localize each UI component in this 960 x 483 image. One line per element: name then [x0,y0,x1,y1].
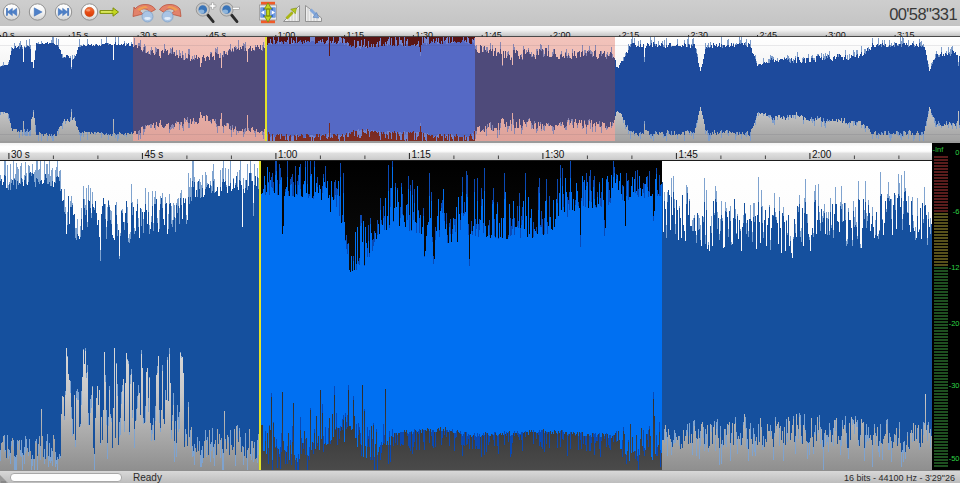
svg-text:30 s: 30 s [11,149,30,160]
svg-text:-50: -50 [949,454,960,463]
svg-text:45 s: 45 s [144,149,163,160]
svg-text:1:00: 1:00 [278,149,298,160]
svg-text:-12: -12 [949,263,960,272]
svg-text:-6: -6 [953,207,960,216]
svg-text:2:00: 2:00 [812,149,832,160]
svg-text:1:15: 1:15 [411,149,431,160]
svg-text:0: 0 [955,148,959,157]
svg-text:1:30: 1:30 [545,149,565,160]
svg-text:-30: -30 [949,381,960,390]
svg-text:-Inf: -Inf [933,145,945,154]
svg-text:-20: -20 [949,319,960,328]
svg-text:1:45: 1:45 [678,149,698,160]
